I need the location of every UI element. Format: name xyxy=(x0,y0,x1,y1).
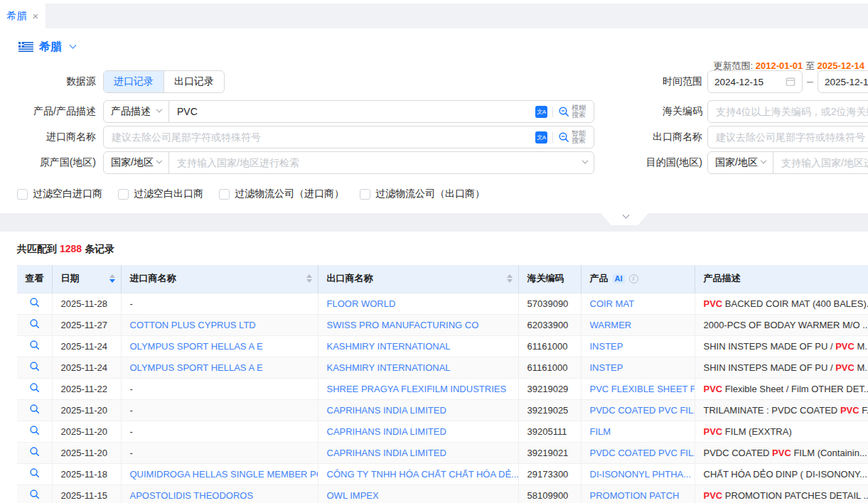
exporter-cell: KASHMIRY INTERNATIONAL xyxy=(318,357,518,378)
product-link[interactable]: INSTEP xyxy=(590,341,623,352)
hs-code-cell: 62033900 xyxy=(518,314,581,335)
data-source-option[interactable]: 进口记录 xyxy=(104,71,164,92)
page-header: 希腊 xyxy=(0,28,868,56)
exporter-link[interactable]: KASHMIRY INTERNATIONAL xyxy=(327,362,451,373)
filter-checkbox-item[interactable]: 过滤物流公司（进口商） xyxy=(219,188,344,200)
product-description-cell: PVC Flexible Sheet / Film OTHER DET... xyxy=(695,378,868,399)
sort-asc-icon[interactable] xyxy=(507,274,513,278)
product-input[interactable] xyxy=(169,101,535,122)
table-row: 2025-11-27COTTON PLUS CYPRUS LTDSWISS PR… xyxy=(17,314,868,335)
exporter-link[interactable]: SWISS PRO MANUFACTURING CO xyxy=(327,320,479,330)
exporter-link[interactable]: CÔNG TY TNHH HÓA CHẤT CHẤT HÓA DẺ... xyxy=(327,469,519,480)
table-row: 2025-11-15APOSTOLIDIS THEODOROSOWL IMPEX… xyxy=(17,485,868,503)
highlighted-keyword: PVC xyxy=(704,490,723,501)
origin-country-input[interactable] xyxy=(169,152,580,173)
chevron-down-icon[interactable] xyxy=(70,41,77,48)
sort-desc-icon[interactable] xyxy=(507,279,513,283)
checkbox[interactable] xyxy=(118,189,129,200)
exporter-link[interactable]: SHREE PRAGYA FLEXIFILM INDUSTRIES xyxy=(327,384,507,394)
smart-search-button[interactable]: 智能搜索 xyxy=(558,130,587,144)
exporter-link[interactable]: KASHMIRY INTERNATIONAL xyxy=(327,341,451,352)
view-cell xyxy=(17,463,52,485)
collapse-filters-button[interactable] xyxy=(601,213,648,225)
column-header-date[interactable]: 日期 xyxy=(52,265,121,293)
checkbox[interactable] xyxy=(17,189,28,200)
exporter-link[interactable]: CAPRIHANS INDIA LIMITED xyxy=(327,405,446,416)
filter-checkbox-item[interactable]: 过滤物流公司（出口商） xyxy=(360,188,485,200)
data-source-label: 数据源 xyxy=(17,75,96,88)
exporter-link[interactable]: CAPRIHANS INDIA LIMITED xyxy=(327,426,446,437)
importer-link[interactable]: QUIMIDROGA HELLAS SINGLE MEMBER PC xyxy=(130,469,318,480)
product-link[interactable]: COIR MAT xyxy=(590,298,635,309)
table-row: 2025-11-20-CAPRIHANS INDIA LIMITED392051… xyxy=(17,421,868,442)
view-record-icon[interactable] xyxy=(29,361,40,372)
highlighted-keyword: PVC xyxy=(704,384,723,394)
translate-icon[interactable]: 文A xyxy=(535,106,547,118)
view-record-icon[interactable] xyxy=(29,318,40,329)
hs-code-label: 海关编码 xyxy=(637,105,702,118)
checkbox[interactable] xyxy=(360,189,370,200)
date-end-input[interactable]: 2025-12-14 xyxy=(818,70,868,93)
view-record-icon[interactable] xyxy=(29,404,40,414)
exporter-link[interactable]: OWL IMPEX xyxy=(327,490,379,501)
checkbox[interactable] xyxy=(219,189,230,200)
product-link[interactable]: WARMER xyxy=(590,320,632,330)
greece-flag-icon xyxy=(18,42,33,52)
results-table: 查看日期进口商名称出口商名称海关编码产品AIi产品描述 2025-11-28-F… xyxy=(17,265,868,503)
sort-carets[interactable] xyxy=(507,274,513,283)
view-record-icon[interactable] xyxy=(29,489,40,499)
column-header-importer[interactable]: 进口商名称 xyxy=(121,265,318,293)
date-separator: – xyxy=(807,75,813,88)
exporter-link[interactable]: CAPRIHANS INDIA LIMITED xyxy=(327,448,446,458)
sort-asc-icon[interactable] xyxy=(306,274,312,278)
product-link[interactable]: INSTEP xyxy=(590,362,623,373)
tab-greece[interactable]: 希腊 × xyxy=(0,4,45,28)
importer-link[interactable]: APOSTOLIDIS THEODOROS xyxy=(130,490,254,501)
product-link[interactable]: PVDC COATED PVC FIL... xyxy=(590,448,695,458)
close-icon[interactable]: × xyxy=(33,11,39,21)
sort-carets[interactable] xyxy=(306,274,312,283)
filter-checkbox-item[interactable]: 过滤空白出口商 xyxy=(118,188,203,200)
date-cell: 2025-11-22 xyxy=(52,378,121,399)
product-type-select[interactable]: 产品描述 xyxy=(104,101,169,122)
filter-checkbox-item[interactable]: 过滤空白进口商 xyxy=(17,188,102,200)
product-link[interactable]: FILM xyxy=(590,426,611,437)
view-record-icon[interactable] xyxy=(29,382,40,393)
sort-desc-icon[interactable] xyxy=(306,279,312,283)
column-header-exporter[interactable]: 出口商名称 xyxy=(318,265,518,293)
importer-link[interactable]: COTTON PLUS CYPRUS LTD xyxy=(130,320,256,330)
exporter-input[interactable] xyxy=(708,126,868,148)
product-link[interactable]: PVC FLEXIBLE SHEET F... xyxy=(590,384,695,394)
data-source-option[interactable]: 出口记录 xyxy=(164,71,224,92)
importer-link[interactable]: OLYMPUS SPORT HELLAS A E xyxy=(130,362,263,373)
exporter-link[interactable]: FLOOR WORLD xyxy=(327,298,396,309)
info-icon[interactable]: i xyxy=(629,274,638,283)
table-row: 2025-11-20-CAPRIHANS INDIA LIMITED392190… xyxy=(17,399,868,421)
origin-country-select[interactable]: 国家/地区 xyxy=(104,152,169,173)
destination-country-select[interactable]: 国家/地区 xyxy=(708,152,773,173)
product-link[interactable]: DI-ISONONYL PHTHA... xyxy=(590,469,692,480)
view-record-icon[interactable] xyxy=(29,340,40,350)
fuzzy-search-button[interactable]: 模糊搜索 xyxy=(558,104,587,119)
importer-link[interactable]: OLYMPUS SPORT HELLAS A E xyxy=(130,341,263,352)
view-record-icon[interactable] xyxy=(29,446,40,457)
sort-carets[interactable] xyxy=(109,274,115,283)
view-record-icon[interactable] xyxy=(29,425,40,436)
search-icon xyxy=(558,106,569,117)
importer-input[interactable] xyxy=(104,126,535,148)
update-range: 更新范围: 2012-01-01 至 2025-12-14 xyxy=(0,60,868,70)
hs-code-input[interactable] xyxy=(708,101,868,122)
destination-country-input[interactable] xyxy=(773,152,868,173)
filter-row-product: 产品/产品描述 产品描述 文A 模糊搜索 xyxy=(0,100,868,123)
translate-icon[interactable]: 文A xyxy=(535,131,547,144)
date-cell: 2025-11-20 xyxy=(52,399,121,421)
chevron-down-icon[interactable] xyxy=(582,158,588,163)
product-description-cell: PVC PROMOTION PATCHES DETAIL ... xyxy=(695,485,868,503)
sort-desc-icon[interactable] xyxy=(109,279,115,283)
view-record-icon[interactable] xyxy=(29,467,40,478)
product-link[interactable]: PVDC COATED PVC FIL... xyxy=(590,405,695,416)
sort-asc-icon[interactable] xyxy=(109,274,115,278)
date-start-input[interactable]: 2024-12-15 xyxy=(707,70,803,93)
view-record-icon[interactable] xyxy=(29,297,40,308)
product-link[interactable]: PROMOTION PATCH xyxy=(590,490,680,501)
